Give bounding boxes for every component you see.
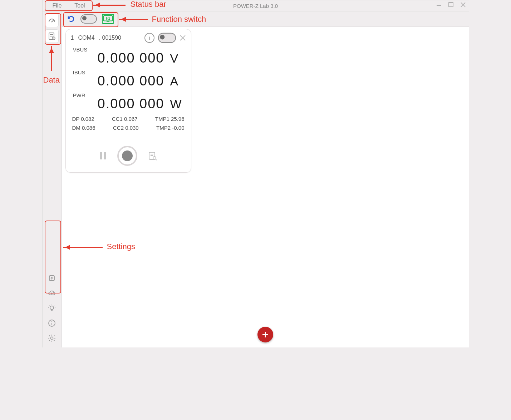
aux-cc1: CC1 0.067 [112, 116, 138, 122]
svg-line-19 [54, 306, 55, 306]
doc-clock-icon [48, 32, 56, 40]
annotation-label-statusbar: Status bar [131, 0, 166, 9]
pause-button[interactable] [99, 152, 107, 160]
global-toggle[interactable] [80, 14, 97, 24]
menu-bar: File Tool [43, 1, 92, 10]
aux-cc2: CC2 0.030 [113, 125, 139, 131]
device-card-header: 1 COM4 . 001590 i [66, 29, 191, 43]
svg-line-18 [49, 306, 50, 306]
refresh-button[interactable] [67, 15, 75, 23]
annotation-arrow [63, 247, 103, 248]
maximize-icon[interactable] [447, 1, 455, 8]
aux-row-1: DP 0.082 CC1 0.067 TMP1 25.96 [66, 114, 191, 123]
sidebar-settings-button[interactable] [45, 332, 58, 345]
svg-point-23 [51, 337, 53, 340]
refresh-icon [67, 15, 75, 23]
sidebar-bulb-button[interactable] [45, 302, 58, 315]
hz-monitor-icon: Hz [103, 15, 113, 23]
app-window: File Tool POWER-Z Lab 3.0 [42, 0, 469, 347]
annotation-arrow [93, 5, 126, 6]
plus-icon [261, 330, 270, 339]
close-icon [180, 35, 186, 41]
reading-unit: W [170, 97, 183, 111]
gear-icon [48, 334, 56, 342]
sidebar-bottom-group [43, 272, 62, 345]
content-area: 1 COM4 . 001590 i VBUS 0.000 000 [62, 27, 469, 347]
toggle-knob [82, 16, 87, 20]
device-card: 1 COM4 . 001590 i VBUS 0.000 000 [65, 29, 191, 173]
reading-value: 0.000 000 [97, 73, 164, 89]
close-icon[interactable] [460, 1, 467, 8]
device-index: 1 [71, 35, 74, 41]
reading-value: 0.000 000 [97, 50, 164, 66]
sidebar [43, 11, 62, 347]
chip-upload-icon [48, 274, 56, 282]
reading-unit: A [170, 74, 183, 88]
reading-ibus: IBUS 0.000 000 A [66, 66, 191, 89]
aux-dm: DM 0.086 [72, 125, 95, 131]
device-toggle[interactable] [158, 33, 176, 43]
info-icon [48, 319, 56, 327]
svg-rect-30 [104, 152, 106, 159]
toggle-knob [160, 35, 164, 39]
sidebar-top-group [43, 14, 62, 43]
window-controls [435, 1, 467, 8]
reading-vbus: VBUS 0.000 000 V [66, 43, 191, 66]
sidebar-dashboard-button[interactable] [45, 14, 59, 27]
device-info-button[interactable]: i [144, 33, 154, 43]
aux-dp: DP 0.082 [72, 116, 94, 122]
device-close-button[interactable] [180, 35, 186, 41]
annotation-label-funcswitch: Function switch [152, 15, 206, 24]
menu-tool[interactable]: Tool [68, 1, 91, 10]
gauge-icon [48, 16, 56, 25]
record-icon [122, 150, 133, 161]
annotation-label-data: Data [43, 75, 60, 85]
window-title: POWER-Z Lab 3.0 [233, 3, 278, 9]
annotation-label-settings: Settings [107, 242, 136, 251]
device-serial: . 001590 [99, 35, 121, 41]
hz-button[interactable]: Hz [102, 14, 114, 24]
reading-unit: V [170, 51, 183, 65]
svg-point-21 [51, 321, 52, 322]
svg-line-35 [156, 159, 157, 160]
bulb-icon [48, 304, 56, 312]
svg-point-34 [153, 157, 156, 159]
svg-rect-29 [100, 152, 102, 159]
record-button[interactable] [117, 146, 137, 166]
main-area: Hz 1 COM4 . 001590 i [62, 11, 469, 347]
log-search-button[interactable] [148, 151, 157, 160]
pause-icon [99, 152, 107, 160]
sidebar-cloud-button[interactable] [45, 287, 58, 300]
annotation-arrow [119, 19, 148, 20]
minimize-icon[interactable] [435, 1, 442, 8]
reading-value: 0.000 000 [97, 96, 164, 112]
device-port: COM4 [78, 35, 94, 41]
cloud-upload-icon [48, 289, 56, 297]
svg-point-5 [51, 21, 53, 23]
aux-row-2: DM 0.086 CC2 0.030 TMP2 -0.00 [66, 123, 191, 132]
doc-search-icon [148, 151, 157, 160]
title-bar: File Tool POWER-Z Lab 3.0 [43, 0, 469, 11]
reading-pwr: PWR 0.000 000 W [66, 89, 191, 112]
add-device-button[interactable] [257, 327, 273, 342]
aux-tmp1: TMP1 25.96 [155, 116, 185, 122]
svg-point-13 [50, 306, 54, 310]
menu-file[interactable]: File [46, 1, 68, 10]
body-row: Hz 1 COM4 . 001590 i [43, 11, 469, 347]
device-card-footer [66, 146, 191, 166]
aux-tmp2: TMP2 -0.00 [156, 125, 184, 131]
sidebar-chip-button[interactable] [45, 272, 58, 285]
annotation-arrow [51, 46, 52, 71]
sidebar-info-button[interactable] [45, 317, 58, 330]
sidebar-log-button[interactable] [45, 29, 59, 43]
svg-text:Hz: Hz [105, 16, 110, 20]
svg-rect-1 [449, 3, 453, 7]
